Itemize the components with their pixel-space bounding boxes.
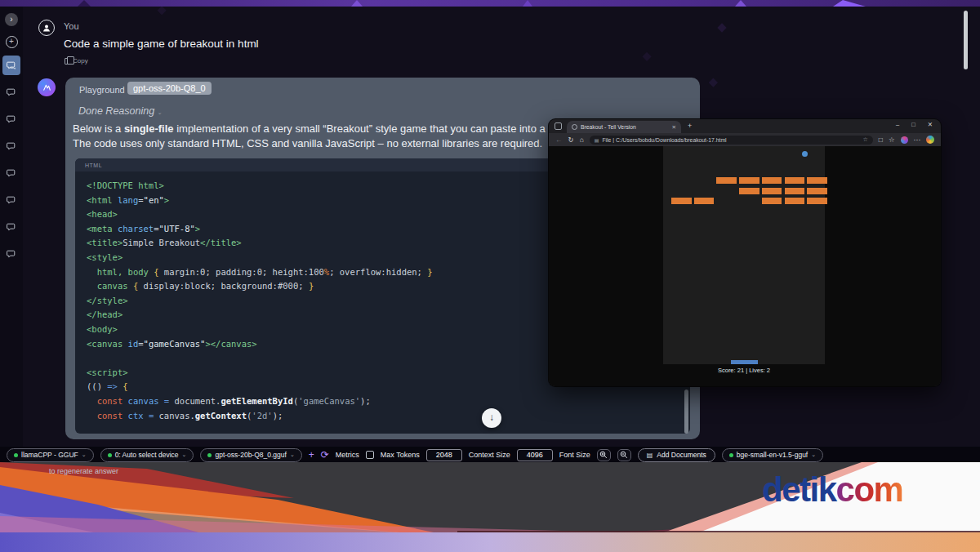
footer-gradient-band (0, 532, 980, 552)
para-text: The code uses only standard HTML, CSS an… (73, 137, 542, 149)
chat-bubble-icon (6, 141, 17, 152)
tab-favicon-icon (572, 124, 577, 130)
browser-viewport: Score: 21 | Lives: 2 (549, 146, 941, 386)
sidebar-expand-button[interactable]: › (5, 13, 18, 26)
sidebar-item-chat[interactable] (2, 136, 20, 156)
person-icon (42, 23, 51, 33)
model-selector[interactable]: gpt-oss-20b-Q8_0.gguf ⌄ (200, 448, 301, 462)
close-button[interactable]: ✕ (928, 121, 933, 128)
home-icon[interactable]: ⌂ (580, 136, 584, 144)
collections-icon[interactable]: □ (879, 136, 883, 144)
browser-tab-bar: Breakout - Tell Version ✕ + – □ ✕ (549, 119, 941, 133)
add-model-button[interactable]: + (309, 449, 314, 461)
extension-icon[interactable] (901, 136, 908, 144)
tab-title: Breakout - Tell Version (581, 124, 669, 130)
chat-bubble-icon (6, 87, 17, 98)
browser-window: Breakout - Tell Version ✕ + – □ ✕ ← ↻ ⌂ … (549, 119, 941, 386)
logo-detik: detik (762, 470, 836, 509)
document-icon: ▤ (647, 452, 653, 459)
chat-bubble-icon (6, 60, 17, 71)
game-ball (802, 151, 808, 157)
device-selector[interactable]: 0: Auto select device ⌄ (100, 448, 194, 462)
refresh-icon[interactable]: ⟳ (321, 449, 329, 461)
embedding-model-label: bge-small-en-v1.5-gguf (737, 451, 808, 459)
address-bar[interactable]: ▤ File | C:/Users/bobdu/Downloads/breako… (590, 136, 873, 145)
user-avatar (38, 20, 55, 36)
profile-avatar[interactable] (926, 136, 934, 144)
regenerate-hint-text: to regenerate answer (49, 467, 118, 475)
para-bold: single-file (124, 122, 174, 135)
browser-tab[interactable]: Breakout - Tell Version ✕ (567, 121, 681, 133)
card-scrollbar-thumb[interactable] (684, 390, 688, 434)
back-icon[interactable]: ← (555, 136, 563, 144)
max-tokens-input[interactable] (426, 449, 462, 461)
add-documents-button[interactable]: ▤ Add Documents (638, 448, 715, 462)
banner-shape (78, 0, 91, 7)
assistant-avatar (38, 78, 56, 96)
chevron-down-icon: ⌄ (811, 452, 816, 458)
game-canvas[interactable] (663, 146, 825, 364)
font-size-increase-button[interactable] (597, 449, 611, 461)
sidebar-item-chat[interactable] (2, 190, 20, 210)
minimize-button[interactable]: – (896, 121, 899, 128)
tab-close-icon[interactable]: ✕ (672, 124, 676, 131)
ai-logo-icon (42, 82, 52, 93)
code-line: const ctx = canvas.getContext('2d'); (87, 411, 690, 425)
sidebar-item-chat[interactable] (2, 109, 20, 129)
reasoning-toggle[interactable]: Done Reasoning ⌄ (78, 105, 162, 117)
runtime-selector[interactable]: llamaCPP - GGUF ⌄ (7, 448, 94, 462)
reasoning-label: Done Reasoning (78, 105, 154, 117)
sidebar-item-chat[interactable] (2, 163, 20, 183)
para-text: implementation of a very small “Breakout… (174, 122, 551, 135)
status-dot (207, 453, 212, 457)
font-size-decrease-button[interactable] (617, 449, 631, 461)
user-message: Code a simple game of breakout in html (64, 38, 259, 50)
sidebar-item-chat-active[interactable] (2, 56, 20, 75)
metrics-label: Metrics (336, 451, 359, 459)
reload-icon[interactable]: ↻ (568, 136, 574, 144)
favorites-icon[interactable]: ☆ (889, 136, 895, 144)
chat-bubble-icon (6, 168, 17, 179)
bottom-toolbar: llamaCPP - GGUF ⌄ 0: Auto select device … (0, 447, 980, 463)
brick (807, 198, 827, 204)
brick (785, 188, 805, 194)
more-menu-icon[interactable]: ⋯ (914, 136, 921, 144)
max-tokens-label: Max Tokens (381, 451, 420, 459)
scroll-to-bottom-button[interactable]: ↓ (482, 408, 501, 428)
status-dot (729, 453, 733, 457)
copy-icon (65, 58, 70, 65)
top-banner (0, 0, 980, 7)
chevron-down-icon: ⌄ (158, 109, 163, 115)
sidebar-item-chat[interactable] (2, 217, 20, 237)
copy-label: Copy (73, 57, 88, 65)
brick (807, 188, 827, 194)
maximize-button[interactable]: □ (911, 121, 915, 128)
brick (762, 188, 782, 194)
model-badge[interactable]: gpt-oss-20b-Q8_0 (127, 82, 212, 95)
user-name: You (64, 21, 79, 31)
brick (739, 188, 760, 194)
context-size-input[interactable] (517, 449, 553, 461)
new-chat-button[interactable]: + (6, 36, 18, 48)
sidebar-item-chat[interactable] (2, 82, 20, 102)
model-label: gpt-oss-20b-Q8_0.gguf (215, 451, 286, 459)
status-dot (108, 453, 112, 457)
new-tab-button[interactable]: + (688, 122, 692, 130)
sidebar: › + (0, 7, 23, 447)
watermark-footer: to regenerate answer detikcom (0, 462, 980, 552)
brick (807, 177, 827, 184)
metrics-checkbox[interactable] (366, 451, 374, 459)
score-status-text: Score: 21 | Lives: 2 (663, 367, 825, 374)
logo-com: com (836, 470, 903, 509)
brick (762, 177, 782, 184)
bookmark-star-icon[interactable]: ☆ (862, 136, 867, 143)
para-text: Below is a (73, 122, 124, 135)
banner-shape (351, 0, 363, 7)
brick-layer (663, 146, 825, 364)
copy-button[interactable]: Copy (65, 57, 88, 65)
sidebar-item-chat[interactable] (2, 244, 20, 264)
chat-bubble-icon (6, 195, 17, 206)
embedding-model-selector[interactable]: bge-small-en-v1.5-gguf ⌄ (722, 448, 823, 462)
zoom-out-icon (620, 451, 628, 459)
page-scrollbar-thumb[interactable] (964, 11, 968, 69)
